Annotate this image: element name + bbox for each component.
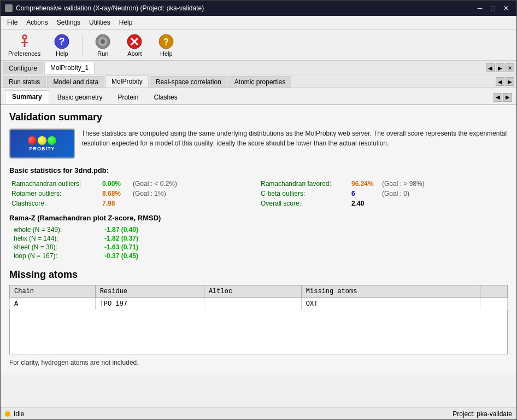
tab-model-data[interactable]: Model and data (47, 76, 104, 88)
abort-icon (126, 33, 143, 50)
logo-ball-yellow (38, 136, 46, 145)
rotamer-outliers-goal: (Goal : 1%) (133, 190, 166, 197)
second-tab-nav: ◀ ▶ (496, 77, 514, 86)
ramaz-table: whole (N = 349): -1.87 (0.40) helix (N =… (9, 225, 508, 260)
preferences-icon (16, 33, 33, 50)
status-indicator (5, 411, 10, 417)
title-bar-left: Comprehensive validation (X-ray/Neutron)… (5, 4, 204, 12)
ramachandran-outliers-row: Ramachandran outliers: 0.00% (Goal : < 0… (9, 179, 258, 189)
ramachandran-favored-label: Ramachandran favored: (261, 180, 348, 188)
third-tab-prev[interactable]: ◀ (494, 93, 502, 102)
clashscore-row: Clashscore: 7.98 (9, 199, 258, 208)
tab-basic-geometry[interactable]: Basic geometry (50, 91, 110, 103)
logo-ball-red (28, 136, 37, 145)
logo-balls (28, 136, 56, 145)
run-icon (94, 33, 111, 50)
app-window: Comprehensive validation (X-ray/Neutron)… (0, 0, 517, 420)
info-text: These statistics are computed using the … (81, 129, 508, 148)
overall-score-label: Overall score: (261, 200, 348, 207)
outer-tab-next[interactable]: ▶ (496, 63, 504, 72)
menu-file[interactable]: File (3, 17, 22, 28)
second-tab-prev[interactable]: ◀ (496, 77, 504, 86)
tab-protein[interactable]: Protein (110, 91, 145, 103)
overall-score-row: Overall score: 2.40 (258, 199, 508, 208)
cell-residue: TPO 197 (95, 298, 204, 311)
run-button[interactable]: Run (89, 32, 116, 58)
preferences-button[interactable]: Preferences (5, 32, 44, 58)
menu-help[interactable]: Help (115, 17, 137, 28)
tab-atomic[interactable]: Atomic properties (228, 76, 291, 88)
second-tab-bar: Run status Model and data MolProbity Rea… (1, 74, 516, 88)
tab-molprobity[interactable]: MolProbity (105, 75, 149, 88)
table-empty-row (10, 310, 508, 354)
menu-actions[interactable]: Actions (22, 17, 52, 28)
cbeta-outliers-label: C-beta outliers: (261, 190, 348, 197)
help1-button[interactable]: ? Help (48, 32, 75, 58)
validation-summary-title: Validation summary (9, 112, 508, 123)
cbeta-outliers-value: 6 (351, 190, 379, 197)
toolbar: Preferences ? Help Run (1, 30, 516, 61)
ramachandran-favored-row: Ramachandran favored: 96.24% (Goal : > 9… (258, 179, 508, 189)
clashscore-label: Clashscore: (11, 200, 99, 207)
tab-real-space[interactable]: Real-space correlation (150, 76, 227, 88)
help1-label: Help (56, 50, 68, 57)
overall-score-value: 2.40 (351, 200, 379, 207)
stats-right: Ramachandran favored: 96.24% (Goal : > 9… (258, 179, 508, 208)
ramaz-sheet-value: -1.63 (0.71) (104, 243, 138, 251)
ramaz-whole-value: -1.87 (0.40) (104, 226, 138, 234)
outer-tab-prev[interactable]: ◀ (486, 63, 495, 72)
tab-configure[interactable]: Configure (3, 62, 43, 74)
ramaz-sheet-label: sheet (N = 38): (14, 243, 101, 251)
svg-point-8 (101, 39, 105, 44)
missing-table-header-row: Chain Residue Altloc Missing atoms (10, 285, 508, 298)
rotamer-outliers-label: Rotamer outliers: (11, 190, 99, 197)
help2-button[interactable]: ? Help (152, 32, 180, 58)
rotamer-outliers-row: Rotamer outliers: 8.68% (Goal : 1%) (9, 189, 258, 199)
rotamer-outliers-value: 8.68% (102, 190, 130, 197)
menu-bar: File Actions Settings Utilities Help (1, 16, 516, 30)
stats-title: Basic statistics for 3dnd.pdb: (9, 166, 508, 174)
col-missing-atoms: Missing atoms (301, 285, 480, 298)
logo-ball-green (48, 136, 56, 145)
logo-inner: PROBITY (10, 136, 74, 151)
status-bar: Idle Project: pka-validate (1, 407, 516, 419)
col-altloc: Altloc (204, 285, 301, 298)
run-label: Run (97, 50, 108, 57)
ramaz-whole: whole (N = 349): -1.87 (0.40) (14, 225, 503, 234)
second-tab-next[interactable]: ▶ (506, 77, 514, 86)
tab-clashes[interactable]: Clashes (146, 91, 184, 103)
cell-missing-atoms: OXT (301, 298, 480, 311)
molprobity-logo: PROBITY (9, 129, 75, 159)
outer-tab-close[interactable]: ✕ (506, 63, 514, 72)
menu-utilities[interactable]: Utilities (85, 17, 115, 28)
abort-button[interactable]: Abort (121, 32, 148, 58)
close-button[interactable]: ✕ (500, 3, 512, 13)
missing-atoms-table: Chain Residue Altloc Missing atoms A TPO… (9, 285, 508, 354)
abort-label: Abort (127, 50, 142, 57)
help1-icon: ? (53, 33, 70, 50)
svg-point-1 (24, 36, 26, 38)
ramachandran-favored-value: 96.24% (351, 180, 379, 188)
toolbar-separator-1 (82, 34, 83, 56)
ramaz-loop-value: -0.37 (0.45) (104, 252, 138, 260)
empty-space (10, 310, 508, 354)
menu-settings[interactable]: Settings (52, 17, 85, 28)
stats-grid: Ramachandran outliers: 0.00% (Goal : < 0… (9, 179, 508, 208)
third-tab-next[interactable]: ▶ (503, 93, 512, 102)
cbeta-outliers-goal: (Goal : 0) (382, 190, 409, 197)
status-text: Idle (14, 410, 24, 418)
table-row: A TPO 197 OXT (10, 298, 508, 311)
col-chain: Chain (10, 285, 96, 298)
tab-summary[interactable]: Summary (5, 90, 49, 104)
cell-chain: A (10, 298, 96, 311)
ramaz-helix: helix (N = 144): -1.82 (0.37) (14, 234, 503, 243)
missing-atoms-title: Missing atoms (9, 269, 508, 281)
maximize-button[interactable]: □ (487, 3, 499, 13)
cell-altloc (204, 298, 301, 311)
preferences-label: Preferences (8, 50, 40, 57)
minimize-button[interactable]: ─ (474, 3, 486, 13)
ramachandran-favored-goal: (Goal : > 98%) (382, 180, 425, 188)
tab-run-status[interactable]: Run status (3, 76, 46, 88)
tab-molprobity1[interactable]: MolProbity_1 (44, 62, 95, 74)
status-left: Idle (5, 410, 24, 418)
